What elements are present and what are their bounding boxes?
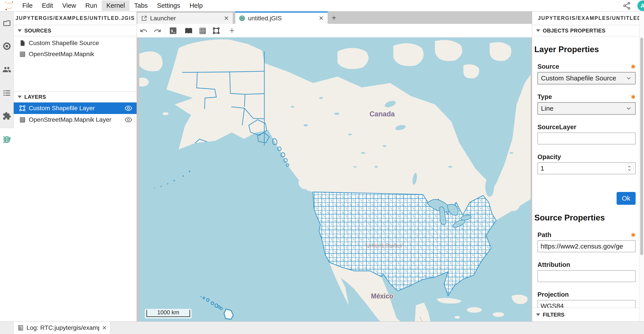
raster-grid-icon bbox=[19, 116, 26, 123]
opacity-input[interactable] bbox=[538, 162, 636, 174]
chevron-down-icon bbox=[626, 75, 632, 81]
extension-manager-icon[interactable] bbox=[2, 112, 11, 120]
scale-bar-label: 1000 km bbox=[157, 309, 179, 316]
menu-settings[interactable]: Settings bbox=[152, 0, 185, 11]
scrollbar-thumb[interactable] bbox=[640, 37, 643, 255]
layer-properties-title: Layer Properties bbox=[534, 45, 639, 54]
tab-label: Launcher bbox=[150, 15, 221, 22]
document-tab-bar: Launcher ✕ untitled.jGIS ✕ + bbox=[137, 11, 532, 24]
map-canvas[interactable]: Canada United States México 1000 km bbox=[139, 37, 530, 331]
filters-section-header[interactable]: FILTERS bbox=[532, 308, 639, 322]
ok-button[interactable]: Ok bbox=[616, 192, 636, 205]
menu-file[interactable]: File bbox=[18, 0, 37, 11]
visibility-eye-icon[interactable] bbox=[125, 105, 132, 111]
layers-section-header[interactable]: LAYERS bbox=[14, 91, 137, 102]
status-bar: Log: RTC:jupytergis/exampl ✕ bbox=[0, 322, 644, 334]
projection-field-label: Projection bbox=[538, 291, 569, 298]
new-tab-button[interactable]: + bbox=[330, 13, 340, 24]
projection-input[interactable] bbox=[538, 300, 636, 308]
collaboration-icon[interactable] bbox=[2, 65, 11, 74]
console-button[interactable]: $_ bbox=[166, 24, 180, 37]
caret-down-icon bbox=[536, 314, 540, 316]
stepper-down-icon[interactable] bbox=[628, 168, 632, 171]
book-map-icon bbox=[185, 27, 193, 35]
caret-down-icon bbox=[18, 96, 22, 98]
required-asterisk-icon: ✱ bbox=[631, 94, 636, 100]
source-item-osm-mapnik[interactable]: OpenStreetMap.Mapnik bbox=[14, 49, 137, 60]
layer-item-label: Custom Shapefile Layer bbox=[29, 105, 122, 112]
toolbar-separator bbox=[224, 24, 224, 37]
file-icon bbox=[19, 40, 26, 46]
properties-form: Layer Properties Source ✱ Custom Shapefi… bbox=[532, 36, 639, 308]
source-item-custom-shapefile[interactable]: Custom Shapefile Source bbox=[14, 37, 137, 49]
tab-launcher[interactable]: Launcher ✕ bbox=[137, 12, 233, 24]
required-asterisk-icon: ✱ bbox=[631, 63, 636, 70]
toolbar-separator bbox=[181, 24, 181, 37]
share-icon[interactable] bbox=[622, 1, 631, 10]
sourcelayer-input[interactable] bbox=[538, 133, 636, 144]
source-select[interactable]: Custom Shapefile Source bbox=[538, 72, 636, 84]
source-item-label: Custom Shapefile Source bbox=[29, 39, 132, 47]
attribution-input[interactable] bbox=[538, 270, 636, 282]
left-panel-header: JUPYTERGIS/EXAMPLES/UNTITLED.JGIS bbox=[14, 11, 137, 25]
sources-section-header[interactable]: SOURCES bbox=[14, 25, 137, 36]
vector-square-icon bbox=[19, 105, 26, 112]
add-toolbar-item-button[interactable]: + bbox=[225, 24, 239, 37]
opacity-stepper[interactable] bbox=[626, 164, 634, 173]
source-select-value: Custom Shapefile Source bbox=[541, 74, 626, 82]
map-scale-bar: 1000 km bbox=[145, 309, 192, 319]
map-label-canada: Canada bbox=[370, 110, 395, 118]
visibility-eye-icon[interactable] bbox=[125, 117, 132, 123]
menu-run[interactable]: Run bbox=[81, 0, 102, 11]
layer-item-custom-shapefile[interactable]: Custom Shapefile Layer bbox=[14, 102, 137, 114]
menu-bar: File Edit View Run Kernel Tabs Settings … bbox=[0, 0, 644, 11]
raster-grid-icon bbox=[19, 51, 26, 57]
tab-close-icon[interactable]: ✕ bbox=[318, 15, 324, 22]
sourcelayer-field-label: SourceLayer bbox=[538, 123, 576, 131]
panel-scrollbar[interactable] bbox=[639, 11, 644, 322]
menu-view[interactable]: View bbox=[58, 0, 81, 11]
launcher-icon bbox=[141, 15, 148, 22]
tab-label: untitled.jGIS bbox=[248, 15, 316, 22]
source-field-label: Source bbox=[538, 63, 559, 70]
attribution-field-label: Attribution bbox=[538, 261, 570, 268]
menu-tabs[interactable]: Tabs bbox=[130, 0, 152, 11]
stepper-up-icon[interactable] bbox=[628, 165, 632, 168]
menu-help[interactable]: Help bbox=[185, 0, 207, 11]
caret-down-icon bbox=[536, 29, 540, 32]
source-properties-title: Source Properties bbox=[534, 213, 639, 222]
objects-properties-section-header[interactable]: OBJECTS PROPERTIES bbox=[532, 25, 639, 36]
new-map-button[interactable] bbox=[182, 24, 196, 37]
path-field-label: Path bbox=[538, 231, 551, 239]
user-avatar[interactable]: A bbox=[637, 0, 644, 11]
new-raster-layer-button[interactable] bbox=[196, 24, 209, 37]
jgis-globe-icon bbox=[239, 15, 246, 22]
new-vector-layer-button[interactable] bbox=[209, 24, 223, 37]
map-label-united-states: United States bbox=[366, 242, 402, 249]
objects-properties-title: OBJECTS PROPERTIES bbox=[543, 28, 606, 34]
jupytergis-globe-icon[interactable] bbox=[2, 135, 11, 144]
table-of-contents-icon[interactable] bbox=[2, 89, 11, 97]
path-input[interactable] bbox=[538, 240, 636, 252]
layer-item-label: OpenStreetMap.Mapnik Layer bbox=[29, 116, 122, 123]
log-tab-label: Log: RTC:jupytergis/exampl bbox=[26, 324, 100, 331]
layer-item-osm-mapnik[interactable]: OpenStreetMap.Mapnik Layer bbox=[14, 114, 137, 125]
filters-section-title: FILTERS bbox=[543, 312, 564, 318]
layers-list: Custom Shapefile Layer OpenStreetMap.Map… bbox=[14, 102, 137, 125]
menu-kernel[interactable]: Kernel bbox=[102, 0, 130, 11]
redo-icon bbox=[154, 27, 162, 35]
log-tab-close-icon[interactable]: ✕ bbox=[102, 325, 107, 331]
undo-button[interactable] bbox=[137, 24, 150, 37]
redo-button[interactable] bbox=[150, 24, 164, 37]
chevron-down-icon bbox=[626, 105, 632, 112]
file-browser-icon[interactable] bbox=[2, 19, 11, 28]
log-console-tab[interactable]: Log: RTC:jupytergis/exampl ✕ bbox=[14, 322, 110, 334]
layers-section-title: LAYERS bbox=[24, 94, 46, 100]
file-context-panel: JUPYTERGIS/EXAMPLES/UNTITLED.JGIS SOURCE… bbox=[14, 11, 137, 322]
tab-untitled-jgis[interactable]: untitled.jGIS ✕ bbox=[235, 11, 328, 24]
svg-text:$_: $_ bbox=[171, 29, 175, 33]
menu-edit[interactable]: Edit bbox=[37, 0, 58, 11]
type-select[interactable]: Line bbox=[538, 102, 636, 115]
tab-close-icon[interactable]: ✕ bbox=[224, 15, 229, 22]
running-kernels-icon[interactable] bbox=[2, 42, 11, 50]
